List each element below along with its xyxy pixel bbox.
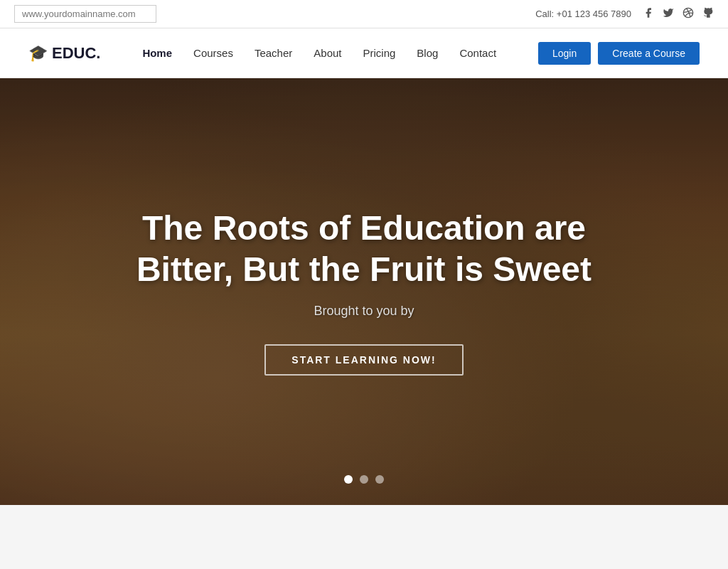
hero-cta-button[interactable]: START LEARNING NOW! bbox=[264, 344, 463, 376]
nav-link-home[interactable]: Home bbox=[142, 47, 172, 59]
phone-label: Call: +01 123 456 7890 bbox=[535, 9, 631, 19]
nav-item-pricing[interactable]: Pricing bbox=[363, 47, 396, 60]
nav-item-about[interactable]: About bbox=[314, 47, 341, 60]
hero-section: The Roots of Education are Bitter, But t… bbox=[0, 78, 728, 505]
below-hero bbox=[0, 505, 728, 555]
nav-link-contact[interactable]: Contact bbox=[459, 47, 496, 59]
hero-dot-3[interactable] bbox=[375, 475, 384, 484]
hero-title-line1: The Roots of Education are bbox=[142, 209, 586, 247]
create-course-button[interactable]: Create a Course bbox=[598, 42, 700, 65]
nav-link-about[interactable]: About bbox=[314, 47, 341, 59]
url-input-wrapper bbox=[14, 5, 156, 23]
hero-subtitle: Brought to you by bbox=[314, 304, 414, 319]
url-input[interactable] bbox=[14, 5, 156, 23]
twitter-icon[interactable] bbox=[663, 7, 674, 21]
nav-item-teacher[interactable]: Teacher bbox=[255, 47, 292, 60]
hero-dots bbox=[344, 475, 384, 484]
logo-icon: 🎓 bbox=[28, 44, 48, 63]
top-bar: Call: +01 123 456 7890 bbox=[0, 0, 728, 28]
login-button[interactable]: Login bbox=[538, 42, 591, 65]
hero-title-line2: Bitter, But the Fruit is Sweet bbox=[136, 250, 592, 288]
navbar: 🎓 EDUC. Home Courses Teacher About Prici… bbox=[0, 28, 728, 78]
logo[interactable]: 🎓 EDUC. bbox=[28, 44, 100, 63]
hero-dot-2[interactable] bbox=[360, 475, 368, 484]
github-icon[interactable] bbox=[702, 7, 714, 21]
facebook-icon[interactable] bbox=[643, 7, 654, 21]
nav-link-blog[interactable]: Blog bbox=[417, 47, 438, 59]
nav-link-teacher[interactable]: Teacher bbox=[255, 47, 292, 59]
hero-title: The Roots of Education are Bitter, But t… bbox=[136, 208, 592, 289]
nav-item-home[interactable]: Home bbox=[142, 47, 172, 60]
nav-right: Login Create a Course bbox=[538, 42, 700, 65]
top-bar-right: Call: +01 123 456 7890 bbox=[535, 7, 714, 21]
nav-item-courses[interactable]: Courses bbox=[193, 47, 233, 60]
dribbble-icon[interactable] bbox=[682, 7, 694, 21]
social-icons bbox=[643, 7, 714, 21]
nav-item-blog[interactable]: Blog bbox=[417, 47, 438, 60]
hero-dot-1[interactable] bbox=[344, 475, 353, 484]
nav-links: Home Courses Teacher About Pricing Blog … bbox=[142, 47, 496, 60]
nav-link-pricing[interactable]: Pricing bbox=[363, 47, 396, 59]
hero-content: The Roots of Education are Bitter, But t… bbox=[0, 78, 728, 505]
nav-item-contact[interactable]: Contact bbox=[459, 47, 496, 60]
nav-link-courses[interactable]: Courses bbox=[193, 47, 233, 59]
logo-text: EDUC. bbox=[52, 44, 100, 63]
